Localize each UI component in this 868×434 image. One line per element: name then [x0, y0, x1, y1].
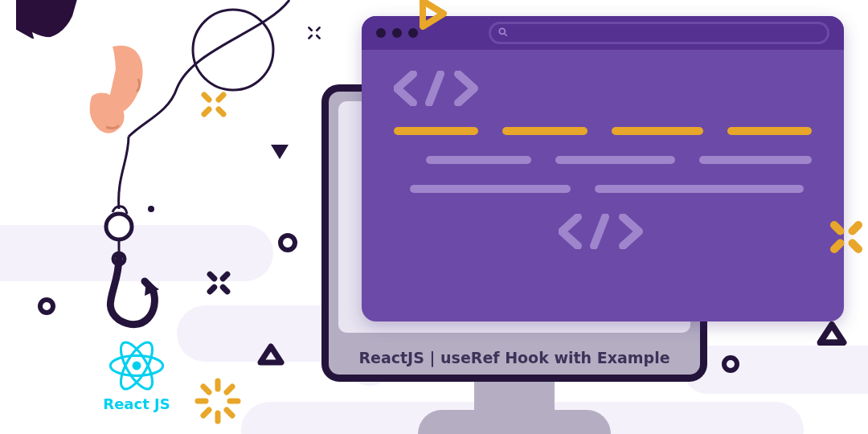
svg-line-21	[210, 274, 214, 278]
svg-line-29	[203, 387, 209, 392]
svg-line-32	[203, 410, 209, 416]
triangle-down-icon	[269, 143, 290, 161]
monitor-caption: ReactJS | useRef Hook with Example	[358, 349, 669, 366]
svg-line-1	[505, 33, 507, 35]
svg-point-20	[280, 235, 295, 250]
code-line-row	[394, 185, 812, 193]
svg-line-13	[219, 95, 223, 100]
search-icon	[497, 26, 509, 41]
svg-line-2	[429, 74, 440, 103]
triangle-outline-icon	[257, 342, 285, 366]
loading-spinner-icon	[193, 376, 243, 426]
svg-line-3	[594, 217, 605, 246]
svg-point-5	[148, 206, 154, 212]
hand-illustration	[16, 0, 177, 161]
svg-line-30	[227, 410, 232, 416]
window-button	[376, 28, 386, 38]
sparkle-icon	[204, 268, 233, 297]
sparkle-icon	[305, 24, 323, 42]
svg-line-17	[317, 27, 319, 30]
svg-point-4	[193, 10, 273, 90]
sparkle-icon	[198, 88, 230, 121]
svg-point-0	[499, 28, 505, 34]
svg-line-16	[309, 27, 311, 30]
svg-point-34	[724, 358, 737, 371]
svg-line-35	[834, 225, 841, 231]
react-logo: React JS	[96, 338, 177, 412]
sparkle-icon	[826, 217, 866, 257]
svg-line-31	[227, 387, 232, 392]
code-body	[362, 50, 844, 265]
svg-line-14	[204, 109, 209, 114]
play-triangle-icon	[415, 0, 450, 31]
react-label: React JS	[96, 395, 177, 412]
monitor-stand	[474, 382, 555, 414]
svg-line-22	[223, 274, 227, 278]
code-line-row	[394, 156, 812, 164]
svg-line-12	[204, 95, 209, 100]
svg-line-18	[309, 35, 311, 38]
svg-line-19	[317, 35, 319, 38]
monitor-bezel: ReactJS | useRef Hook with Example	[329, 341, 700, 375]
code-line-row	[394, 127, 812, 135]
window-button	[392, 28, 402, 38]
self-closing-tag-icon	[394, 214, 812, 249]
monitor-base	[418, 410, 611, 434]
circle-outline-icon	[276, 231, 299, 254]
search-bar	[489, 22, 829, 44]
svg-point-33	[40, 300, 53, 313]
circle-outline-icon	[36, 296, 57, 317]
svg-point-11	[133, 362, 141, 371]
self-closing-tag-icon	[394, 71, 812, 106]
svg-line-37	[834, 244, 841, 250]
code-window	[362, 16, 844, 321]
svg-line-23	[210, 287, 214, 291]
svg-line-36	[853, 225, 859, 231]
svg-line-38	[853, 244, 859, 250]
svg-line-24	[223, 287, 227, 291]
triangle-outline-icon	[817, 320, 847, 347]
svg-line-15	[219, 109, 223, 114]
circle-outline-icon	[720, 354, 741, 375]
